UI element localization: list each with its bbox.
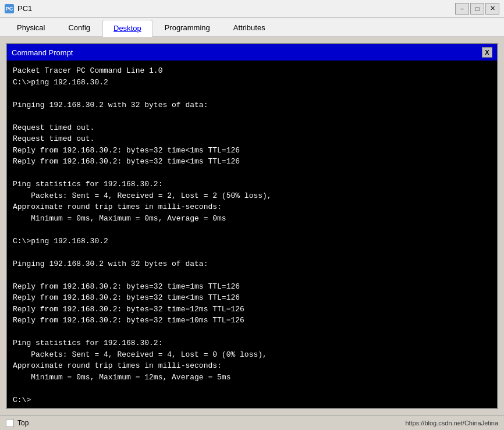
cmd-title-bar: Command Prompt X [7, 44, 497, 61]
status-url: https://blog.csdn.net/ChinaJetina [405, 420, 498, 427]
main-content: Command Prompt X Packet Tracer PC Comman… [0, 37, 504, 415]
minimize-button[interactable]: − [455, 3, 469, 15]
app-icon: PC [5, 4, 14, 13]
top-checkbox[interactable] [6, 419, 14, 427]
cmd-close-button[interactable]: X [482, 47, 492, 58]
top-label: Top [17, 419, 29, 427]
title-bar-left: PC PC1 [5, 4, 32, 13]
tab-bar: Physical Config Desktop Programming Attr… [0, 17, 504, 37]
tab-config[interactable]: Config [57, 19, 101, 36]
close-window-button[interactable]: ✕ [485, 3, 499, 15]
tab-physical[interactable]: Physical [6, 19, 56, 36]
tab-attributes[interactable]: Attributes [222, 19, 276, 36]
title-bar: PC PC1 − □ ✕ [0, 0, 504, 17]
window-title: PC1 [17, 4, 32, 13]
cmd-window-title: Command Prompt [12, 48, 73, 57]
status-bar: Top https://blog.csdn.net/ChinaJetina [0, 415, 504, 430]
cmd-output[interactable]: Packet Tracer PC Command Line 1.0 C:\>pi… [7, 61, 497, 408]
status-bar-left: Top [6, 419, 29, 427]
title-bar-controls: − □ ✕ [455, 3, 499, 15]
tab-programming[interactable]: Programming [154, 19, 221, 36]
tab-desktop[interactable]: Desktop [102, 20, 152, 37]
command-prompt-window: Command Prompt X Packet Tracer PC Comman… [6, 43, 498, 409]
maximize-button[interactable]: □ [470, 3, 484, 15]
